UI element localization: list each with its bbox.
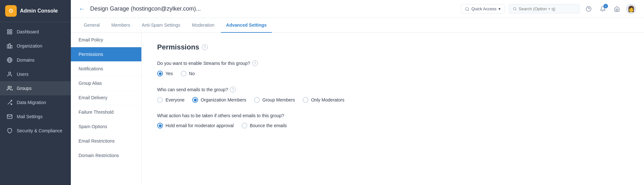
tab-advanced-settings[interactable]: Advanced Settings (221, 18, 272, 33)
topbar: ← Design Garage (hostingcon@zylker.com).… (71, 0, 644, 18)
app-logo: ⚙ (5, 5, 17, 17)
search-bar-icon (513, 7, 517, 11)
sidebar-item-mail-settings[interactable]: Mail Settings (0, 110, 71, 124)
bounce-radio[interactable] (242, 123, 247, 128)
sidebar-item-label: Domains (17, 57, 34, 63)
tab-moderation[interactable]: Moderation (187, 18, 220, 33)
org-members-radio[interactable] (192, 97, 198, 103)
svg-point-10 (9, 72, 11, 74)
svg-point-16 (513, 7, 516, 10)
search-bar[interactable] (509, 4, 580, 13)
sidebar-item-data-migration[interactable]: Data Migration (0, 95, 71, 110)
panel-title: Permissions ? (157, 43, 629, 51)
sidebar-item-label: Security & Compliance (17, 128, 62, 133)
only-moderators-option[interactable]: Only Moderators (303, 97, 344, 103)
tab-members[interactable]: Members (106, 18, 135, 33)
sub-nav-email-policy[interactable]: Email Policy (71, 33, 141, 47)
group-members-option[interactable]: Group Members (254, 97, 295, 103)
domains-icon (6, 57, 13, 63)
sidebar-item-label: Mail Settings (17, 114, 43, 119)
everyone-radio[interactable] (157, 97, 163, 103)
streams-help-icon[interactable]: ? (252, 60, 258, 66)
user-avatar[interactable]: 👩 (626, 4, 636, 14)
org-members-option[interactable]: Organization Members (192, 97, 246, 103)
svg-rect-5 (9, 44, 11, 48)
tab-anti-spam[interactable]: Anti-Spam Settings (137, 18, 185, 33)
action-options: Hold email for moderator approval Bounce… (157, 123, 629, 128)
topbar-actions: Quick Access ▾ (461, 4, 636, 14)
sub-nav-group-alias[interactable]: Group Alias (71, 76, 141, 91)
security-icon (6, 128, 13, 134)
only-moderators-radio[interactable] (303, 97, 308, 103)
migration-icon (6, 99, 13, 106)
sidebar: ⚙ Admin Console Dashboard Organization (0, 0, 71, 185)
sidebar-item-label: Groups (17, 86, 32, 91)
groups-icon (6, 85, 13, 92)
group-members-label: Group Members (262, 97, 295, 102)
sidebar-item-users[interactable]: Users (0, 67, 71, 81)
section-action-others: What action has to be taken if others se… (157, 113, 629, 128)
sidebar-item-domains[interactable]: Domains (0, 53, 71, 67)
sidebar-header: ⚙ Admin Console (0, 0, 71, 22)
everyone-option[interactable]: Everyone (157, 97, 185, 103)
sidebar-item-label: Users (17, 72, 29, 77)
search-icon (465, 7, 469, 11)
bounce-option[interactable]: Bounce the emails (242, 123, 287, 128)
hold-approval-label: Hold email for moderator approval (166, 123, 234, 128)
tab-general[interactable]: General (79, 18, 105, 33)
sidebar-item-groups[interactable]: Groups (0, 81, 71, 95)
svg-rect-6 (11, 46, 12, 48)
users-icon (6, 71, 13, 77)
streams-no-radio[interactable] (181, 71, 186, 76)
svg-rect-2 (10, 32, 12, 34)
hold-approval-radio[interactable] (157, 123, 163, 128)
sidebar-item-organization[interactable]: Organization (0, 39, 71, 53)
content-area: Email Policy Permissions Notifications G… (71, 33, 644, 185)
sub-nav-spam-options[interactable]: Spam Options (71, 119, 141, 134)
sub-nav-email-delivery[interactable]: Email Delivery (71, 91, 141, 105)
streams-yes-option[interactable]: Yes (157, 71, 173, 76)
sidebar-item-label: Organization (17, 43, 42, 48)
section-send-emails: Who can send emails to the group? ? Ever… (157, 87, 629, 103)
page-title: Design Garage (hostingcon@zylker.com)... (90, 5, 457, 12)
sub-nav-permissions[interactable]: Permissions (71, 47, 141, 62)
home-button[interactable] (612, 4, 622, 14)
svg-line-17 (516, 10, 516, 10)
sub-nav-domain-restrictions[interactable]: Domain Restrictions (71, 148, 141, 163)
svg-rect-3 (7, 32, 9, 34)
group-members-radio[interactable] (254, 97, 260, 103)
panel: Permissions ? Do you want to enable Stre… (142, 33, 644, 185)
send-emails-label: Who can send emails to the group? ? (157, 87, 629, 92)
send-emails-options: Everyone Organization Members Group Memb… (157, 97, 629, 103)
search-input[interactable] (519, 6, 575, 11)
sidebar-item-security-compliance[interactable]: Security & Compliance (0, 124, 71, 138)
notifications-button[interactable]: 1 (598, 4, 608, 14)
streams-yes-label: Yes (166, 71, 173, 76)
logo-icon: ⚙ (8, 7, 14, 14)
org-members-label: Organization Members (201, 97, 246, 102)
everyone-label: Everyone (166, 97, 185, 102)
app-title: Admin Console (20, 8, 58, 14)
panel-help-icon[interactable]: ? (202, 44, 208, 50)
svg-rect-4 (7, 45, 9, 48)
sidebar-nav: Dashboard Organization Domains (0, 22, 71, 185)
streams-yes-radio[interactable] (157, 71, 163, 76)
sidebar-item-label: Dashboard (17, 29, 39, 34)
tabs: General Members Anti-Spam Settings Moder… (71, 18, 644, 33)
streams-no-option[interactable]: No (181, 71, 195, 76)
notification-badge: 1 (603, 4, 608, 8)
sub-nav-email-restrictions[interactable]: Email Restrictions (71, 134, 141, 148)
svg-rect-1 (10, 30, 12, 31)
back-button[interactable]: ← (79, 5, 85, 13)
sub-nav-failure-threshold[interactable]: Failure Threshold (71, 105, 141, 119)
send-emails-help-icon[interactable]: ? (230, 87, 236, 92)
sub-nav-notifications[interactable]: Notifications (71, 62, 141, 76)
sidebar-item-dashboard[interactable]: Dashboard (0, 25, 71, 39)
help-button[interactable] (583, 4, 594, 14)
only-moderators-label: Only Moderators (311, 97, 344, 102)
quick-access-button[interactable]: Quick Access ▾ (461, 4, 505, 13)
quick-access-label: Quick Access (471, 6, 497, 11)
streams-options: Yes No (157, 71, 629, 76)
hold-approval-option[interactable]: Hold email for moderator approval (157, 123, 234, 128)
main-area: ← Design Garage (hostingcon@zylker.com).… (71, 0, 644, 185)
